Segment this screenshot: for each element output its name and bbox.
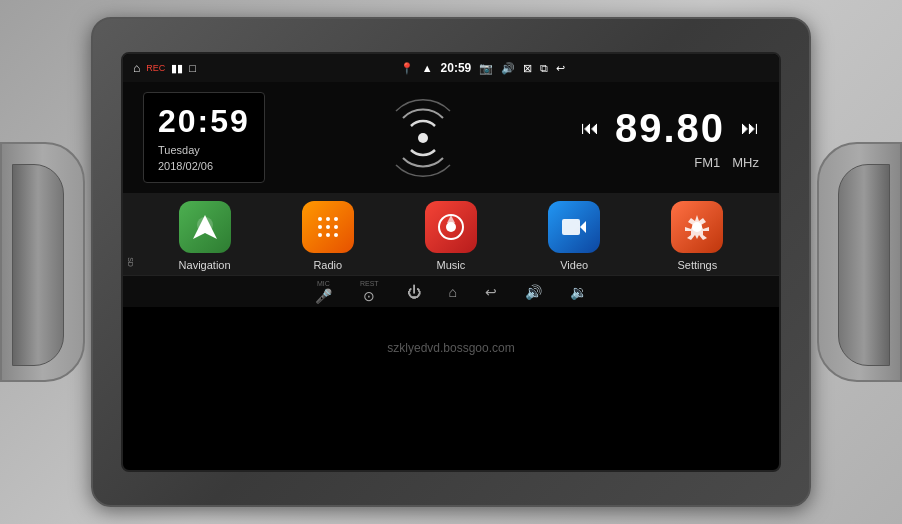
svg-point-6	[318, 225, 322, 229]
device-body: SD ⌂ REC ▮▮ □ 📍 ▲ 20:59 📷 🔊 ⊠ ⧉	[91, 17, 811, 507]
right-handle	[817, 142, 902, 382]
reset-label: REST	[360, 280, 379, 287]
app-radio[interactable]: Radio	[302, 201, 354, 271]
status-left: ⌂ REC ▮▮ □	[133, 61, 196, 75]
vol-up-control[interactable]: 🔊	[525, 284, 542, 300]
bottom-bar: MIC 🎤 REST ⊙ ⏻ ⌂ ↩ 🔊	[123, 275, 779, 307]
status-time: 20:59	[441, 61, 472, 75]
screen-off-icon[interactable]: ⊠	[523, 62, 532, 75]
svg-marker-16	[580, 221, 586, 233]
freq-info: FM1 MHz	[694, 155, 759, 170]
radio-signal	[265, 98, 581, 178]
status-center: 📍 ▲ 20:59 📷 🔊 ⊠ ⧉ ↩	[400, 61, 566, 75]
home-ctrl-icon: ⌂	[449, 284, 457, 300]
freq-controls: ⏮ 89.80 ⏭	[581, 106, 759, 151]
frequency-display: 89.80	[615, 106, 725, 151]
navigation-icon	[179, 201, 231, 253]
main-screen: SD ⌂ REC ▮▮ □ 📍 ▲ 20:59 📷 🔊 ⊠ ⧉	[121, 52, 781, 472]
home-icon[interactable]: ⌂	[133, 61, 140, 75]
wifi-icon: ▲	[422, 62, 433, 74]
svg-point-13	[446, 222, 456, 232]
clock-date: 2018/02/06	[158, 160, 250, 172]
svg-point-3	[318, 217, 322, 221]
signal-waves-icon	[383, 98, 463, 178]
app-settings[interactable]: Settings	[671, 201, 723, 271]
radio-band: FM1	[694, 155, 720, 170]
svg-marker-2	[193, 215, 217, 239]
watermark: szklyedvd.bossgoo.com	[387, 341, 514, 355]
location-icon: 📍	[400, 62, 414, 75]
app-video[interactable]: Video	[548, 201, 600, 271]
left-handle	[0, 142, 85, 382]
svg-point-4	[326, 217, 330, 221]
camera-icon[interactable]: 📷	[479, 62, 493, 75]
mic-icon: 🎤	[315, 288, 332, 304]
power-icon: ⏻	[407, 284, 421, 300]
navigation-label: Navigation	[179, 259, 231, 271]
next-track-icon[interactable]: ⏭	[741, 118, 759, 139]
video-icon	[548, 201, 600, 253]
power-control[interactable]: ⏻	[407, 284, 421, 300]
frequency-area: ⏮ 89.80 ⏭ FM1 MHz	[581, 106, 759, 170]
battery-icon: ▮▮	[171, 62, 183, 75]
volume-icon[interactable]: 🔊	[501, 62, 515, 75]
home-control[interactable]: ⌂	[449, 284, 457, 300]
sd-label: SD	[127, 257, 134, 267]
radio-unit: MHz	[732, 155, 759, 170]
status-bar: ⌂ REC ▮▮ □ 📍 ▲ 20:59 📷 🔊 ⊠ ⧉ ↩	[123, 54, 779, 82]
svg-point-11	[334, 233, 338, 237]
radio-area: 20:59 Tuesday 2018/02/06	[123, 82, 779, 193]
settings-label: Settings	[677, 259, 717, 271]
back-ctrl-icon: ↩	[485, 284, 497, 300]
mic-label: MIC	[317, 280, 330, 287]
clock-day: Tuesday	[158, 144, 250, 156]
back-control[interactable]: ↩	[485, 284, 497, 300]
car-unit: SD ⌂ REC ▮▮ □ 📍 ▲ 20:59 📷 🔊 ⊠ ⧉	[0, 0, 902, 524]
reset-icon: ⊙	[363, 288, 375, 304]
apps-row: Navigation	[123, 193, 779, 275]
radio-label: Radio	[313, 259, 342, 271]
window-icon[interactable]: ⧉	[540, 62, 548, 75]
music-icon	[425, 201, 477, 253]
radio-icon	[302, 201, 354, 253]
svg-point-5	[334, 217, 338, 221]
reset-control[interactable]: REST ⊙	[360, 280, 379, 304]
video-label: Video	[560, 259, 588, 271]
svg-rect-15	[562, 219, 580, 235]
vol-up-icon: 🔊	[525, 284, 542, 300]
app-navigation[interactable]: Navigation	[179, 201, 231, 271]
clock-widget: 20:59 Tuesday 2018/02/06	[143, 92, 265, 183]
svg-point-7	[326, 225, 330, 229]
svg-point-9	[318, 233, 322, 237]
storage-icon: □	[189, 62, 196, 74]
app-music[interactable]: Music	[425, 201, 477, 271]
vol-down-icon: 🔉	[570, 284, 587, 300]
prev-track-icon[interactable]: ⏮	[581, 118, 599, 139]
music-label: Music	[437, 259, 466, 271]
vol-down-control[interactable]: 🔉	[570, 284, 587, 300]
svg-point-0	[418, 133, 428, 143]
svg-point-8	[334, 225, 338, 229]
svg-point-10	[326, 233, 330, 237]
rec-label: REC	[146, 63, 165, 73]
mic-control[interactable]: MIC 🎤	[315, 280, 332, 304]
clock-time: 20:59	[158, 103, 250, 140]
back-icon[interactable]: ↩	[556, 62, 565, 75]
settings-icon	[671, 201, 723, 253]
